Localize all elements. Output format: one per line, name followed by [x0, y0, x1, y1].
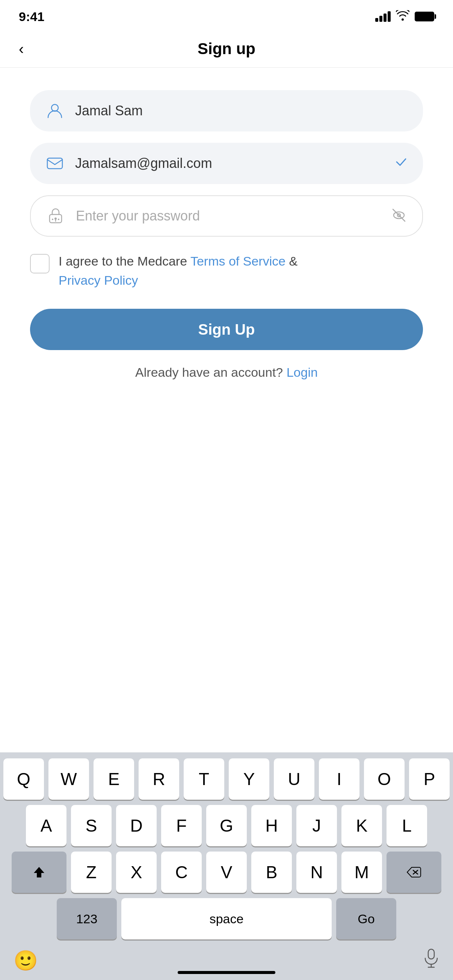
key-h[interactable]: H: [251, 805, 292, 846]
name-input-value: Jamal Sam: [75, 103, 408, 119]
key-n[interactable]: N: [296, 851, 337, 893]
password-field[interactable]: Enter your password: [30, 195, 423, 237]
key-o[interactable]: O: [364, 758, 405, 800]
eye-slash-icon[interactable]: [391, 207, 407, 225]
shift-key[interactable]: [12, 851, 67, 893]
login-link[interactable]: Login: [287, 365, 318, 379]
svg-rect-1: [47, 158, 62, 169]
terms-text-1: I agree to the Medcare: [59, 254, 191, 268]
key-w[interactable]: W: [48, 758, 89, 800]
keyboard-row-2: A S D F G H J K L: [2, 805, 451, 846]
svg-point-6: [58, 219, 59, 220]
signup-button[interactable]: Sign Up: [30, 309, 423, 350]
form-area: Jamal Sam Jamalsam@gmail.com: [0, 68, 453, 395]
microphone-key[interactable]: [423, 948, 439, 972]
key-s[interactable]: S: [71, 805, 111, 846]
key-v[interactable]: V: [206, 851, 247, 893]
home-indicator: [178, 971, 275, 974]
backspace-key[interactable]: [386, 851, 441, 893]
status-time: 9:41: [19, 10, 45, 24]
keyboard-bottom-bar: 🙂: [2, 945, 451, 980]
key-u[interactable]: U: [274, 758, 315, 800]
key-t[interactable]: T: [184, 758, 224, 800]
key-go[interactable]: Go: [336, 898, 396, 939]
svg-point-5: [52, 219, 53, 220]
header: ‹ Sign up: [0, 30, 453, 68]
terms-text: I agree to the Medcare Terms of Service …: [59, 252, 297, 290]
key-d[interactable]: D: [116, 805, 157, 846]
key-e[interactable]: E: [94, 758, 134, 800]
key-a[interactable]: A: [26, 805, 67, 846]
back-button[interactable]: ‹: [19, 41, 24, 56]
key-x[interactable]: X: [116, 851, 157, 893]
key-g[interactable]: G: [206, 805, 247, 846]
svg-line-9: [393, 209, 405, 221]
key-l[interactable]: L: [386, 805, 427, 846]
key-y[interactable]: Y: [229, 758, 269, 800]
keyboard-row-3: Z X C V B N M: [2, 851, 451, 893]
password-input-placeholder: Enter your password: [76, 208, 380, 224]
terms-of-service-link[interactable]: Terms of Service: [191, 254, 286, 268]
privacy-policy-link[interactable]: Privacy Policy: [59, 273, 138, 287]
email-field[interactable]: Jamalsam@gmail.com: [30, 143, 423, 184]
key-k[interactable]: K: [342, 805, 382, 846]
lock-icon: [46, 206, 65, 226]
key-j[interactable]: J: [296, 805, 337, 846]
key-p[interactable]: P: [409, 758, 450, 800]
keyboard-row-bottom: 123 space Go: [2, 898, 451, 939]
login-row: Already have an account? Login: [30, 365, 423, 380]
terms-checkbox[interactable]: [30, 254, 49, 274]
email-input-value: Jamalsam@gmail.com: [75, 156, 384, 171]
svg-marker-10: [34, 867, 45, 877]
key-z[interactable]: Z: [71, 851, 111, 893]
status-bar: 9:41: [0, 0, 453, 30]
key-i[interactable]: I: [319, 758, 359, 800]
key-b[interactable]: B: [251, 851, 292, 893]
emoji-key[interactable]: 🙂: [14, 949, 38, 972]
keyboard-row-1: Q W E R T Y U I O P: [2, 758, 451, 800]
key-space[interactable]: space: [121, 898, 332, 939]
email-icon: [45, 154, 65, 173]
key-123[interactable]: 123: [57, 898, 117, 939]
key-q[interactable]: Q: [3, 758, 44, 800]
key-c[interactable]: C: [161, 851, 202, 893]
battery-icon: [415, 12, 434, 21]
page-title: Sign up: [197, 40, 256, 58]
name-field[interactable]: Jamal Sam: [30, 90, 423, 132]
status-icons: [375, 10, 434, 24]
already-account-text: Already have an account?: [135, 365, 287, 379]
wifi-icon: [396, 10, 409, 24]
terms-row: I agree to the Medcare Terms of Service …: [30, 248, 423, 294]
svg-point-0: [51, 104, 58, 111]
check-icon: [394, 155, 408, 172]
key-r[interactable]: R: [138, 758, 179, 800]
user-icon: [45, 101, 65, 121]
key-m[interactable]: M: [342, 851, 382, 893]
signal-icon: [375, 11, 391, 22]
keyboard: Q W E R T Y U I O P A S D F G H J K L Z …: [0, 752, 453, 980]
key-f[interactable]: F: [161, 805, 202, 846]
svg-rect-13: [428, 949, 434, 959]
terms-text-2: &: [286, 254, 297, 268]
